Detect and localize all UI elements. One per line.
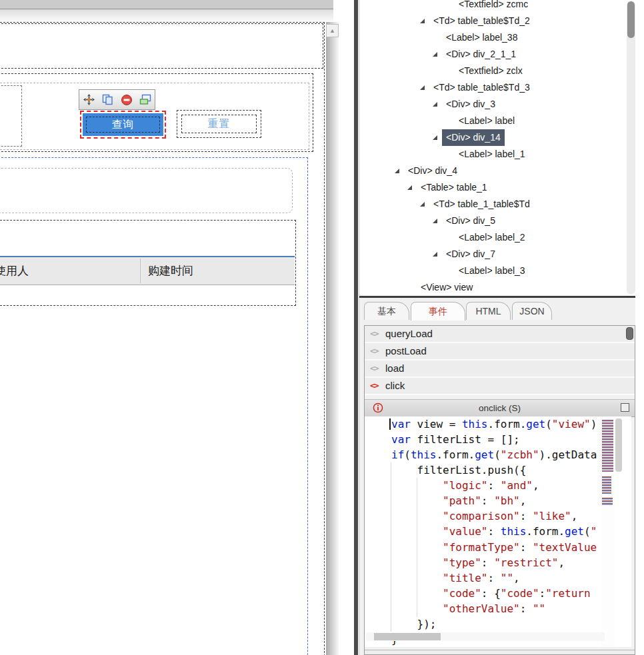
- reset-button-label: 重置: [208, 117, 231, 131]
- code-content: var view = this.form.get("view")var filt…: [391, 416, 606, 647]
- code-minimap[interactable]: [601, 416, 615, 647]
- event-list: <>queryLoad<>postLoad<>load<>click oncli…: [364, 325, 635, 655]
- restore-window-icon[interactable]: [621, 403, 629, 412]
- tree-node-label[interactable]: <Textfield> zcmc: [459, 0, 528, 13]
- minimap-lines: [602, 420, 613, 472]
- tree-scrollbar[interactable]: [627, 1, 635, 295]
- code-line: "type": "restrict",: [391, 555, 606, 570]
- reset-button[interactable]: 重置: [181, 115, 257, 133]
- tree-scrollbar-thumb[interactable]: [627, 1, 635, 38]
- editor-hscrollbar[interactable]: [366, 632, 605, 641]
- tree-node[interactable]: <Div> div_5: [359, 213, 635, 229]
- inspector-panel: 基本事件HTMLJSON <>queryLoad<>postLoad<>load…: [359, 298, 635, 655]
- expand-icon[interactable]: [420, 19, 425, 23]
- tree-node[interactable]: <Div> div_2_1_1: [359, 46, 635, 63]
- tree-node-label[interactable]: <Label> label_2: [459, 229, 525, 246]
- event-row-postLoad[interactable]: <>postLoad: [365, 343, 635, 360]
- event-row-dblclick[interactable]: <> dblclick: [365, 650, 635, 655]
- tree-node-label[interactable]: <Div> div_3: [446, 96, 495, 113]
- widget-toolbar: [79, 89, 155, 110]
- expand-icon[interactable]: [395, 169, 399, 173]
- onclick-header[interactable]: onclick (S): [365, 399, 635, 417]
- tree-node-label[interactable]: <Div> div_14: [442, 129, 505, 146]
- tree-node[interactable]: <Label> label_3: [359, 263, 635, 279]
- header-region-outline[interactable]: [0, 23, 323, 69]
- tree-node-label[interactable]: <Label> label_38: [446, 29, 517, 46]
- tree-node-label[interactable]: <Label> label: [459, 113, 515, 129]
- code-line: "logic": "and",: [391, 478, 606, 493]
- query-button-selection-outline: 查询: [80, 111, 166, 139]
- tree-node-label[interactable]: <Div> div_5: [446, 213, 495, 229]
- event-row-load[interactable]: <>load: [365, 360, 635, 378]
- editor-vscrollbar-thumb[interactable]: [615, 418, 622, 472]
- tree-node-label[interactable]: <Label> label_3: [459, 263, 525, 279]
- copy-icon[interactable]: [99, 91, 117, 109]
- tree-node-label[interactable]: <Table> table_1: [421, 179, 487, 196]
- query-button[interactable]: 查询: [83, 113, 163, 136]
- editor-hscrollbar-thumb[interactable]: [374, 633, 441, 640]
- tree-node[interactable]: <Div> div_7: [359, 246, 635, 263]
- right-panel: <Textfield> zcmc<Td> table_table$Td_2<La…: [359, 0, 635, 655]
- form-designer-canvas[interactable]: 查询 重置 使用人 购建时间 ▲: [0, 0, 341, 655]
- code-line: filterList.push({: [391, 462, 606, 478]
- tree-node[interactable]: <Td> table_table$Td_2: [359, 13, 635, 29]
- tree-node[interactable]: <Label> label_2: [359, 229, 635, 246]
- editor-title: onclick (S): [365, 400, 635, 416]
- tree-node[interactable]: <Textfield> zcmc: [359, 0, 635, 13]
- expand-icon[interactable]: [407, 185, 412, 190]
- event-name: load: [385, 360, 404, 376]
- paste-icon[interactable]: [136, 91, 154, 109]
- tree-node[interactable]: <Td> table_1_table$Td: [359, 196, 635, 213]
- tab-html[interactable]: HTML: [466, 302, 511, 320]
- tree-node[interactable]: <Label> label: [359, 113, 635, 129]
- move-icon[interactable]: [80, 91, 98, 109]
- tree-node[interactable]: <Label> label_1: [359, 146, 635, 163]
- component-tree[interactable]: <Textfield> zcmc<Td> table_table$Td_2<La…: [359, 0, 635, 296]
- tree-node[interactable]: <Table> table_1: [359, 179, 635, 196]
- minimap-lines: [602, 498, 613, 506]
- tree-node-label[interactable]: <Div> div_7: [446, 246, 495, 263]
- event-list-scrollbar-thumb[interactable]: [626, 327, 633, 340]
- expand-icon[interactable]: [420, 202, 425, 207]
- event-row-click[interactable]: <>click: [365, 378, 635, 395]
- canvas-scrollbar[interactable]: ▲: [326, 22, 339, 655]
- tree-node-label[interactable]: <Div> div_4: [408, 163, 457, 179]
- tree-node-label[interactable]: <View> view: [421, 279, 473, 296]
- grid-column-header-user[interactable]: 使用人: [0, 257, 29, 285]
- scroll-up-icon[interactable]: ▲: [326, 24, 339, 37]
- tree-node-label[interactable]: <Td> table_table$Td_2: [433, 13, 530, 29]
- expand-icon[interactable]: [433, 52, 437, 57]
- view-placeholder-outline[interactable]: [0, 168, 293, 213]
- tree-node-label[interactable]: <Div> div_2_1_1: [446, 46, 516, 63]
- expand-icon[interactable]: [433, 135, 437, 140]
- code-line: "code": {"code":"return: [391, 586, 606, 601]
- expand-icon[interactable]: [433, 102, 437, 107]
- tree-node[interactable]: <Label> label_38: [359, 29, 635, 46]
- tree-node[interactable]: <View> view: [359, 279, 635, 296]
- panel-splitter[interactable]: [354, 0, 358, 655]
- tree-node-label[interactable]: <Td> table_1_table$Td: [433, 196, 530, 213]
- tree-node[interactable]: <Div> div_14: [359, 129, 635, 146]
- expand-icon[interactable]: [433, 219, 437, 223]
- tree-node[interactable]: <Div> div_3: [359, 96, 635, 113]
- tree-node[interactable]: <Textfield> zclx: [359, 63, 635, 79]
- event-row-queryLoad[interactable]: <>queryLoad: [365, 326, 635, 343]
- tab-events[interactable]: 事件: [411, 302, 465, 321]
- tree-node-label[interactable]: <Td> table_table$Td_3: [433, 79, 530, 96]
- expand-icon[interactable]: [420, 85, 425, 90]
- tab-basic[interactable]: 基本: [364, 302, 409, 320]
- canvas-top-shadow: [0, 9, 333, 23]
- tree-node-label[interactable]: <Label> label_1: [459, 146, 525, 163]
- event-name: postLoad: [385, 343, 427, 359]
- tab-json[interactable]: JSON: [512, 302, 552, 320]
- expand-icon[interactable]: [433, 252, 437, 257]
- tree-node[interactable]: <Td> table_table$Td_3: [359, 79, 635, 96]
- tree-node-label[interactable]: <Textfield> zclx: [459, 63, 523, 79]
- code-editor[interactable]: var view = this.form.get("view")var filt…: [365, 416, 631, 647]
- grid-header[interactable]: 使用人 购建时间: [0, 257, 295, 285]
- remove-icon[interactable]: [117, 91, 135, 109]
- code-brackets-icon: <>: [370, 378, 378, 394]
- tree-node[interactable]: <Div> div_4: [359, 163, 635, 179]
- grid-column-header-time[interactable]: 购建时间: [148, 257, 193, 285]
- query-button-label: 查询: [112, 118, 135, 132]
